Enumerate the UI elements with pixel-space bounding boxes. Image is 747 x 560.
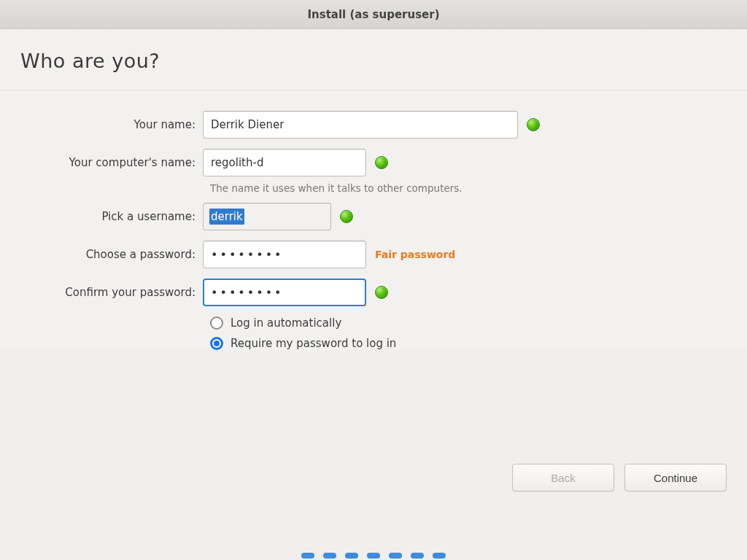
user-form: Your name: Your computer's name: The nam… (0, 90, 747, 350)
progress-dot (323, 553, 336, 559)
password-strength: Fair password (375, 249, 455, 260)
option-login-auto-label: Log in automatically (231, 316, 341, 330)
row-username: Pick a username: (0, 203, 747, 230)
option-require-password-label: Require my password to log in (231, 337, 396, 350)
window-title: Install (as superuser) (307, 8, 439, 21)
continue-button[interactable]: Continue (624, 464, 727, 491)
progress-dots (301, 553, 446, 559)
progress-dot (301, 553, 314, 559)
radio-icon[interactable] (210, 316, 223, 330)
row-computer: Your computer's name: (0, 149, 747, 176)
label-your-name: Your name: (0, 118, 203, 131)
progress-dot (411, 553, 424, 559)
computer-name-input[interactable] (203, 149, 366, 176)
login-options: Log in automatically Require my password… (210, 316, 747, 350)
row-name: Your name: (0, 111, 747, 139)
username-input[interactable] (203, 203, 331, 230)
radio-icon[interactable] (210, 337, 223, 350)
progress-dot (345, 553, 358, 559)
progress-dot (389, 553, 402, 559)
option-require-password[interactable]: Require my password to log in (210, 337, 747, 350)
page-title: Who are you? (0, 29, 747, 90)
confirm-password-input[interactable] (203, 279, 366, 306)
content-area: Who are you? Your name: Your computer's … (0, 29, 747, 350)
row-password: Choose a password: Fair password (0, 241, 747, 268)
label-computer-name: Your computer's name: (0, 156, 203, 169)
password-input[interactable] (203, 241, 366, 268)
row-confirm: Confirm your password: (0, 279, 747, 306)
check-icon (340, 210, 353, 223)
label-password: Choose a password: (0, 248, 203, 261)
back-button[interactable]: Back (512, 464, 614, 491)
window-titlebar: Install (as superuser) (0, 0, 747, 29)
check-icon (375, 156, 388, 169)
label-username: Pick a username: (0, 210, 203, 223)
option-login-auto[interactable]: Log in automatically (210, 316, 747, 330)
computer-name-hint: The name it uses when it talks to other … (210, 182, 747, 194)
progress-dot (367, 553, 380, 559)
button-bar: Back Continue (512, 464, 727, 491)
label-confirm-password: Confirm your password: (0, 286, 203, 299)
check-icon (375, 286, 388, 299)
check-icon (527, 118, 540, 131)
progress-dot (433, 553, 446, 559)
name-input[interactable] (203, 111, 518, 139)
